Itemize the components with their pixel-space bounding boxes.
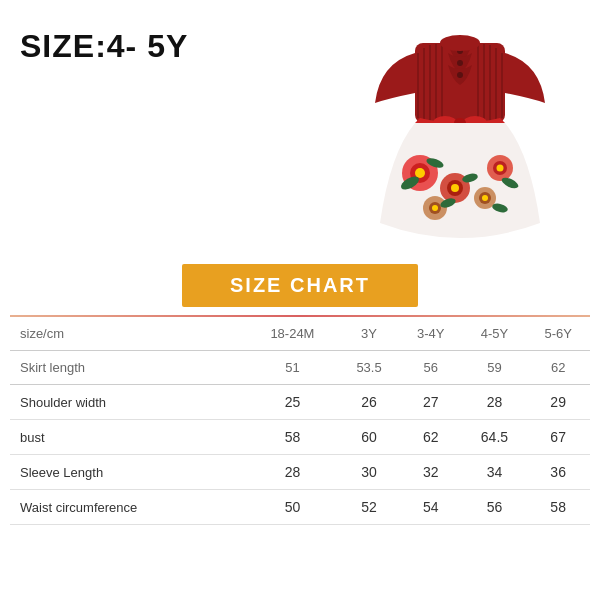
cell-value: 67 <box>526 420 590 455</box>
col-header-3y: 3Y <box>339 317 399 351</box>
row-label: Waist circumference <box>10 490 246 525</box>
cell-value: 52 <box>339 490 399 525</box>
table-row: Sleeve Length2830323436 <box>10 455 590 490</box>
row-label: Skirt length <box>10 351 246 385</box>
dress-image-area <box>340 18 580 258</box>
cell-value: 26 <box>339 385 399 420</box>
svg-point-22 <box>451 184 459 192</box>
size-chart-button-row: SIZE CHART <box>0 264 600 307</box>
cell-value: 29 <box>526 385 590 420</box>
page: SIZE:4- 5Y <box>0 0 600 600</box>
row-label: Sleeve Length <box>10 455 246 490</box>
size-label-container: SIZE:4- 5Y <box>20 18 340 65</box>
cell-value: 59 <box>463 351 527 385</box>
table-row: Waist circumference5052545658 <box>10 490 590 525</box>
size-chart-button[interactable]: SIZE CHART <box>182 264 418 307</box>
cell-value: 51 <box>246 351 339 385</box>
cell-value: 28 <box>463 385 527 420</box>
row-label: bust <box>10 420 246 455</box>
svg-point-13 <box>457 72 463 78</box>
size-label: SIZE:4- 5Y <box>20 28 188 64</box>
cell-value: 56 <box>399 351 463 385</box>
cell-value: 62 <box>526 351 590 385</box>
row-label: Shoulder width <box>10 385 246 420</box>
table-row: bust58606264.567 <box>10 420 590 455</box>
cell-value: 64.5 <box>463 420 527 455</box>
cell-value: 34 <box>463 455 527 490</box>
cell-value: 36 <box>526 455 590 490</box>
cell-value: 54 <box>399 490 463 525</box>
cell-value: 32 <box>399 455 463 490</box>
svg-point-31 <box>482 195 488 201</box>
cell-value: 62 <box>399 420 463 455</box>
svg-point-25 <box>497 165 504 172</box>
svg-point-19 <box>415 168 425 178</box>
size-table: size/cm 18-24M 3Y 3-4Y 4-5Y 5-6Y Skirt l… <box>10 317 590 525</box>
cell-value: 28 <box>246 455 339 490</box>
cell-value: 58 <box>246 420 339 455</box>
top-section: SIZE:4- 5Y <box>0 0 600 260</box>
table-header-row: size/cm 18-24M 3Y 3-4Y 4-5Y 5-6Y <box>10 317 590 351</box>
cell-value: 30 <box>339 455 399 490</box>
col-header-18-24m: 18-24M <box>246 317 339 351</box>
table-row: Shoulder width2526272829 <box>10 385 590 420</box>
col-header-4-5y: 4-5Y <box>463 317 527 351</box>
svg-point-12 <box>457 60 463 66</box>
cell-value: 27 <box>399 385 463 420</box>
cell-value: 58 <box>526 490 590 525</box>
table-section: size/cm 18-24M 3Y 3-4Y 4-5Y 5-6Y Skirt l… <box>0 317 600 600</box>
col-header-3-4y: 3-4Y <box>399 317 463 351</box>
table-row: Skirt length5153.5565962 <box>10 351 590 385</box>
cell-value: 60 <box>339 420 399 455</box>
svg-point-38 <box>440 35 480 51</box>
dress-illustration <box>360 23 560 253</box>
svg-point-28 <box>432 205 438 211</box>
cell-value: 50 <box>246 490 339 525</box>
cell-value: 25 <box>246 385 339 420</box>
col-header-5-6y: 5-6Y <box>526 317 590 351</box>
col-header-size: size/cm <box>10 317 246 351</box>
cell-value: 56 <box>463 490 527 525</box>
cell-value: 53.5 <box>339 351 399 385</box>
